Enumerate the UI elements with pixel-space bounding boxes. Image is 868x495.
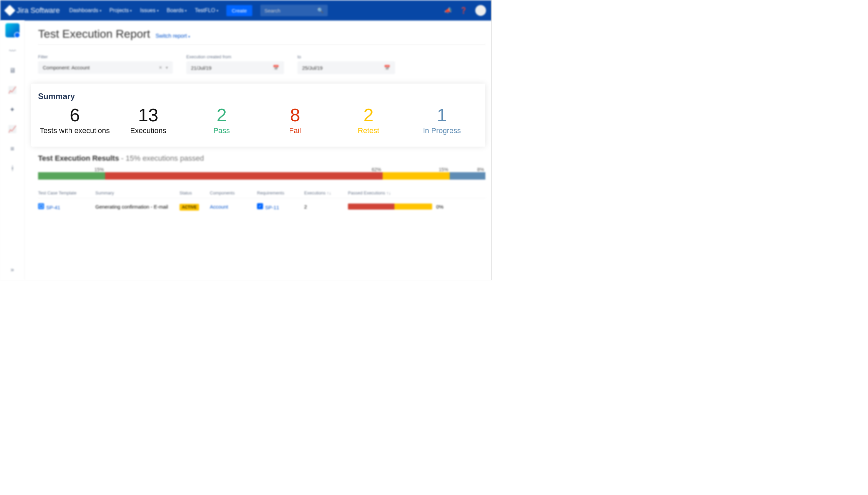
collapse-icon[interactable]: »	[11, 266, 14, 273]
nav-testflo[interactable]: TestFLO▾	[195, 7, 218, 14]
feedback-icon[interactable]: 📣	[444, 7, 452, 14]
switch-report-link[interactable]: Switch report ▾	[156, 33, 190, 39]
addon-icon[interactable]: ✦	[6, 103, 19, 116]
activity-icon[interactable]: 〰	[6, 45, 19, 57]
search-input[interactable]: Search 🔍	[260, 5, 328, 16]
main-content: Test Execution Report Switch report ▾ Fi…	[24, 20, 492, 280]
chevron-down-icon: ▾	[188, 35, 190, 38]
testcase-icon	[38, 203, 44, 209]
metric-label: Fail	[289, 126, 301, 136]
brand-text: Jira Software	[17, 6, 59, 15]
passed-pct: 0%	[436, 204, 444, 209]
chevron-down-icon: ▾	[217, 9, 218, 13]
summary-metric: 2 Retest	[332, 106, 405, 136]
summary-metric: 1 In Progress	[405, 106, 479, 136]
jira-logo-icon	[4, 5, 16, 16]
metric-label: Retest	[358, 126, 379, 136]
nav-issues[interactable]: Issues▾	[140, 7, 158, 14]
help-icon[interactable]: ❓	[460, 7, 467, 14]
chevron-down-icon: ▾	[100, 9, 101, 13]
chart2-icon[interactable]: 📈	[6, 123, 19, 135]
chevron-down-icon: ▾	[185, 9, 187, 13]
from-label: Execution created from	[186, 54, 284, 59]
to-label: to	[297, 54, 395, 59]
chevron-down-icon: ▾	[130, 9, 132, 13]
th-tct[interactable]: Test Case Template	[38, 190, 95, 195]
chart-icon[interactable]: 📈	[6, 84, 19, 96]
nav-boards[interactable]: Boards▾	[167, 7, 187, 14]
bar-segment-label: 8%	[450, 167, 485, 172]
metric-value: 1	[437, 106, 447, 124]
monitor-icon[interactable]: 🖥	[6, 64, 19, 76]
component-link[interactable]: Account	[210, 204, 228, 209]
metric-value: 13	[138, 106, 158, 124]
bar-segment	[105, 172, 382, 180]
top-nav: Jira Software Dashboards▾ Projects▾ Issu…	[0, 0, 492, 20]
summary-metric: 2 Pass	[185, 106, 258, 136]
metric-value: 2	[364, 106, 374, 124]
metric-label: Executions	[130, 126, 166, 136]
table-row: SP-41 Generating confirmation - E-mail A…	[38, 199, 485, 215]
results-title: Test Execution Results - 15% executions …	[38, 154, 485, 163]
nav-dashboards[interactable]: Dashboards▾	[69, 7, 101, 14]
filter-select[interactable]: Component: Account ✕▾	[38, 61, 173, 74]
results-block: Test Execution Results - 15% executions …	[38, 154, 485, 215]
create-button[interactable]: Create	[226, 5, 252, 16]
summary-metric: 6 Tests with executions	[38, 106, 111, 136]
results-table: Test Case Template Summary Status Compon…	[38, 190, 485, 215]
bar-segment	[38, 172, 105, 180]
results-bar	[38, 172, 485, 180]
chevron-down-icon: ▾	[157, 9, 159, 13]
calendar-icon: 📅	[384, 65, 390, 71]
list-icon[interactable]: ≡	[6, 142, 19, 155]
th-requirements[interactable]: Requirements	[257, 190, 304, 195]
requirement-icon	[257, 203, 263, 209]
th-passed[interactable]: Passed Executions ↑↓	[348, 190, 485, 195]
bar-segment-label: 62%	[105, 167, 382, 172]
chevron-down-icon: ▾	[166, 65, 168, 70]
bar-segment-label: 15%	[38, 167, 105, 172]
avatar[interactable]	[475, 5, 486, 16]
date-to-input[interactable]: 25/Jul/19 📅	[297, 61, 395, 74]
filter-label: Filter	[38, 54, 173, 59]
clear-icon[interactable]: ✕	[159, 65, 162, 70]
summary-metric: 8 Fail	[258, 106, 332, 136]
brand[interactable]: Jira Software	[6, 6, 59, 15]
passed-mini-bar	[348, 204, 432, 209]
row-summary: Generating confirmation - E-mail	[95, 204, 179, 209]
th-status[interactable]: Status	[179, 190, 210, 195]
page-title: Test Execution Report	[38, 27, 150, 40]
search-icon: 🔍	[317, 7, 324, 14]
nav-projects[interactable]: Projects▾	[109, 7, 132, 14]
summary-title: Summary	[38, 92, 479, 101]
filters-row: Filter Component: Account ✕▾ Execution c…	[38, 54, 485, 74]
metric-label: Pass	[214, 126, 230, 136]
requirement-link[interactable]: SP-11	[257, 205, 279, 210]
th-executions[interactable]: Executions ↑↓	[304, 190, 348, 195]
metric-label: Tests with executions	[40, 126, 110, 136]
metric-label: In Progress	[423, 126, 461, 136]
bar-segment-label: 15%	[383, 167, 450, 172]
metric-value: 6	[70, 106, 80, 124]
metric-value: 2	[217, 106, 227, 124]
summary-metric: 13 Executions	[111, 106, 185, 136]
row-executions: 2	[304, 204, 348, 209]
sidebar: 〰 🖥 📈 ✦ 📈 ≡ ᚼ »	[0, 20, 24, 280]
nav-items: Dashboards▾ Projects▾ Issues▾ Boards▾ Te…	[69, 7, 218, 14]
mini-bar-segment	[348, 204, 394, 209]
project-icon[interactable]	[5, 23, 20, 37]
bar-segment	[450, 172, 485, 180]
mini-bar-segment	[394, 204, 432, 209]
summary-card: Summary 6 Tests with executions13 Execut…	[31, 84, 485, 147]
tree-icon[interactable]: ᚼ	[6, 162, 19, 174]
status-badge: ACTIVE	[179, 204, 199, 210]
search-placeholder: Search	[264, 8, 281, 14]
metric-value: 8	[290, 106, 300, 124]
calendar-icon: 📅	[273, 65, 279, 71]
tct-link[interactable]: SP-41	[38, 205, 60, 210]
th-summary[interactable]: Summary	[95, 190, 179, 195]
date-from-input[interactable]: 21/Jul/19 📅	[186, 61, 284, 74]
th-components[interactable]: Components	[210, 190, 257, 195]
bar-segment	[383, 172, 450, 180]
